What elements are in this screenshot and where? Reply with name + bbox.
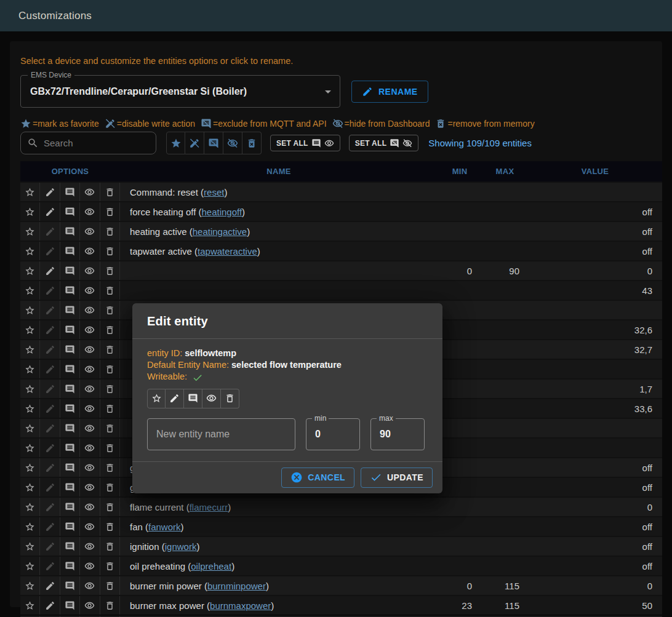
row-eye-button[interactable] — [80, 596, 100, 615]
min-input[interactable] — [306, 429, 359, 440]
row-star-outline-button[interactable] — [20, 380, 40, 398]
row-star-outline-button[interactable] — [20, 419, 40, 437]
dialog-edit-toggle[interactable] — [166, 389, 184, 408]
row-delete-outline-button[interactable] — [100, 340, 120, 359]
row-delete-outline-button[interactable] — [100, 576, 120, 595]
update-button[interactable]: UPDATE — [361, 468, 433, 488]
row-comment-button[interactable] — [60, 596, 80, 615]
entity-id-link[interactable]: burnmaxpower — [210, 600, 271, 611]
entity-id-link[interactable]: reset — [204, 187, 224, 197]
row-edit-button[interactable] — [40, 517, 60, 536]
row-star-outline-button[interactable] — [20, 183, 40, 201]
cancel-button[interactable]: CANCEL — [281, 468, 354, 488]
row-comment-button[interactable] — [60, 202, 80, 221]
row-eye-button[interactable] — [80, 380, 100, 398]
row-comment-button[interactable] — [60, 222, 80, 241]
new-entity-name-input[interactable] — [148, 429, 295, 440]
row-delete-outline-button[interactable] — [100, 222, 120, 241]
row-delete-outline-button[interactable] — [100, 380, 120, 398]
row-eye-button[interactable] — [80, 261, 100, 280]
table-row[interactable]: burner min power (burnminpower)01150 — [20, 576, 662, 595]
row-star-outline-button[interactable] — [20, 478, 40, 496]
row-eye-button[interactable] — [80, 498, 100, 516]
row-comment-button[interactable] — [60, 399, 80, 418]
row-edit-button[interactable] — [40, 596, 60, 615]
entity-id-link[interactable]: ignwork — [165, 541, 197, 552]
row-edit-button[interactable] — [40, 242, 60, 260]
row-eye-button[interactable] — [80, 419, 100, 437]
table-row[interactable]: tapwater active (tapwateractive)off — [20, 242, 662, 260]
ems-device-select[interactable]: EMS Device GBx72/Trendline/Cerapur/Green… — [20, 75, 340, 108]
row-star-outline-button[interactable] — [20, 340, 40, 359]
row-eye-button[interactable] — [80, 242, 100, 260]
row-eye-button[interactable] — [80, 399, 100, 418]
entity-id-link[interactable]: burnminpower — [207, 581, 266, 591]
row-edit-button[interactable] — [40, 360, 60, 378]
row-comment-button[interactable] — [60, 281, 80, 300]
row-eye-button[interactable] — [80, 478, 100, 496]
table-row[interactable]: fan (fanwork)off — [20, 517, 662, 536]
row-delete-outline-button[interactable] — [100, 320, 120, 339]
row-comment-button[interactable] — [60, 320, 80, 339]
row-eye-button[interactable] — [80, 202, 100, 221]
row-star-outline-button[interactable] — [20, 498, 40, 516]
filter-eye-off-button[interactable] — [223, 132, 242, 154]
table-row[interactable]: flame current (flamecurr)0 — [20, 498, 662, 516]
row-eye-button[interactable] — [80, 183, 100, 201]
entity-id-link[interactable]: heatingactive — [193, 226, 247, 237]
row-edit-button[interactable] — [40, 320, 60, 339]
row-delete-outline-button[interactable] — [100, 458, 120, 477]
dialog-delete-outline-toggle[interactable] — [221, 389, 239, 408]
set-all-button[interactable]: SET ALL — [270, 135, 340, 151]
row-delete-outline-button[interactable] — [100, 478, 120, 496]
table-row[interactable]: 0900 — [20, 261, 662, 280]
row-comment-button[interactable] — [60, 478, 80, 496]
row-edit-button[interactable] — [40, 202, 60, 221]
row-star-outline-button[interactable] — [20, 596, 40, 615]
row-edit-button[interactable] — [40, 380, 60, 398]
table-row[interactable]: Command: reset (reset) — [20, 183, 662, 201]
filter-edit-off-button[interactable] — [185, 132, 204, 154]
table-row[interactable]: ignition (ignwork)off — [20, 537, 662, 555]
row-eye-button[interactable] — [80, 537, 100, 555]
row-star-outline-button[interactable] — [20, 537, 40, 555]
row-edit-button[interactable] — [40, 222, 60, 241]
row-edit-button[interactable] — [40, 458, 60, 477]
row-edit-button[interactable] — [40, 340, 60, 359]
row-edit-button[interactable] — [40, 399, 60, 418]
row-delete-outline-button[interactable] — [100, 281, 120, 300]
row-star-outline-button[interactable] — [20, 261, 40, 280]
row-delete-outline-button[interactable] — [100, 183, 120, 201]
filter-star-button[interactable] — [166, 132, 185, 154]
row-comment-button[interactable] — [60, 439, 80, 457]
row-eye-button[interactable] — [80, 301, 100, 319]
row-eye-button[interactable] — [80, 517, 100, 536]
row-comment-button[interactable] — [60, 340, 80, 359]
row-comment-button[interactable] — [60, 261, 80, 280]
row-eye-button[interactable] — [80, 557, 100, 575]
row-star-outline-button[interactable] — [20, 360, 40, 378]
row-delete-outline-button[interactable] — [100, 557, 120, 575]
entity-id-link[interactable]: oilpreheat — [191, 561, 231, 571]
row-delete-outline-button[interactable] — [100, 517, 120, 536]
row-delete-outline-button[interactable] — [100, 301, 120, 319]
row-star-outline-button[interactable] — [20, 202, 40, 221]
row-eye-button[interactable] — [80, 458, 100, 477]
row-eye-button[interactable] — [80, 576, 100, 595]
row-edit-button[interactable] — [40, 419, 60, 437]
table-row[interactable]: 43 — [20, 281, 662, 300]
row-star-outline-button[interactable] — [20, 557, 40, 575]
row-edit-button[interactable] — [40, 301, 60, 319]
row-star-outline-button[interactable] — [20, 576, 40, 595]
rename-button[interactable]: RENAME — [351, 81, 428, 103]
row-star-outline-button[interactable] — [20, 399, 40, 418]
row-edit-button[interactable] — [40, 557, 60, 575]
row-delete-outline-button[interactable] — [100, 419, 120, 437]
entity-id-link[interactable]: heatingoff — [201, 207, 242, 217]
row-comment-button[interactable] — [60, 242, 80, 260]
row-delete-outline-button[interactable] — [100, 261, 120, 280]
row-eye-button[interactable] — [80, 281, 100, 300]
table-row[interactable]: oil preheating (oilpreheat)off — [20, 557, 662, 575]
row-eye-button[interactable] — [80, 222, 100, 241]
row-eye-button[interactable] — [80, 320, 100, 339]
